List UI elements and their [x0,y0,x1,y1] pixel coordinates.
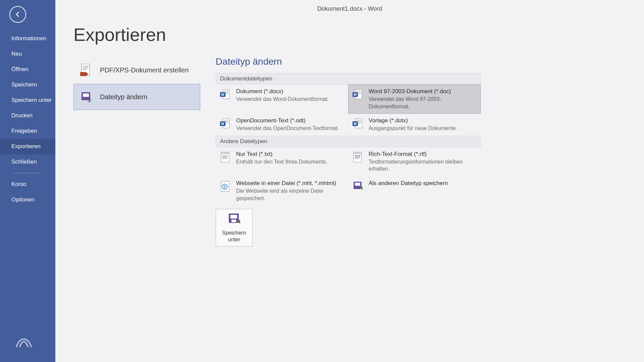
change-filetype-icon [79,91,93,103]
filetype-mht[interactable]: Webseite in einer Datei (*.mht, *.mhtml)… [216,176,348,205]
filetype-name: OpenDocument-Text (*.odt) [236,117,339,124]
rtf-file-icon [353,151,364,164]
filetype-name: Word 97-2003-Dokument (*.doc) [369,88,476,95]
sidebar-item-speichern-unter[interactable]: Speichern unter [0,93,55,108]
detail-title: Dateityp ändern [216,56,481,67]
other-types-grid: Nur Text (*.txt) Enthält nur den Text Ih… [216,147,481,205]
back-button[interactable] [9,6,26,23]
sidebar-item-optionen[interactable]: Optionen [0,192,55,207]
svg-rect-19 [224,120,228,121]
svg-rect-1 [83,66,88,67]
filetype-docx[interactable]: W Dokument (*.docx) Verwendet das Word-D… [216,84,348,114]
sidebar-item-freigeben[interactable]: Freigeben [0,123,55,139]
svg-rect-34 [222,158,226,159]
filetype-txt[interactable]: Nur Text (*.txt) Enthält nur den Text Ih… [216,147,348,176]
filetype-rtf[interactable]: Rich-Text-Format (*.rtf) Textformatierun… [348,147,481,176]
filetype-name: Nur Text (*.txt) [236,151,327,158]
word-icon: W [353,117,364,131]
page-title: Exportieren [73,24,644,45]
filetype-desc: Textformatierungsinformationen bleiben e… [369,158,476,173]
text-file-icon [220,151,231,164]
svg-rect-43 [355,183,360,186]
save-as-button-label: Speichern unter [216,230,252,243]
filetype-name: Dokument (*.docx) [236,88,329,95]
svg-rect-38 [355,157,360,158]
export-option-change-filetype[interactable]: Dateityp ändern [73,84,200,110]
sidebar-item-speichern[interactable]: Speichern [0,77,55,93]
sidebar-item-neu[interactable]: Neu [0,46,55,62]
save-as-other-icon [353,180,364,193]
svg-rect-45 [230,215,237,219]
svg-rect-46 [231,220,236,222]
export-option-pdf-xps[interactable]: PDF/XPS-Dokument erstellen [73,56,200,84]
svg-text:W: W [354,93,357,97]
svg-rect-37 [355,156,360,156]
document-types-grid: W Dokument (*.docx) Verwendet das Word-D… [216,84,481,136]
sidebar-item-exportieren[interactable]: Exportieren [0,139,55,154]
web-file-icon [220,180,231,193]
filetype-other[interactable]: Als anderen Dateityp speichern [348,176,481,205]
export-option-label: Dateityp ändern [100,93,147,101]
filetype-desc: Die Webseite wird als einzelne Datei ges… [236,187,344,202]
svg-text:W: W [221,122,224,126]
svg-rect-32 [222,156,228,156]
backstage-sidebar: Informationen Neu Öffnen Speichern Speic… [0,0,55,362]
sidebar-item-konto[interactable]: Konto [0,177,55,192]
svg-rect-33 [222,157,228,158]
app-logo-icon [12,330,36,353]
save-as-button[interactable]: Speichern unter [216,209,253,246]
sidebar-item-informationen[interactable]: Informationen [0,31,55,46]
svg-rect-25 [356,120,361,121]
sidebar-item-schliessen[interactable]: Schließen [0,154,55,170]
main-area: Dokument1.docx - Word Exportieren PDF/XP… [55,0,644,362]
word-icon: W [220,88,231,102]
group-header-document-types: Dokumentdateitypen [216,73,481,84]
filetype-desc: Enthält nur den Text Ihres Dokuments. [236,158,327,166]
svg-rect-7 [224,91,228,92]
arrow-left-icon [14,10,22,18]
filetype-name: Rich-Text-Format (*.rtf) [369,151,476,158]
svg-text:W: W [354,122,357,126]
svg-rect-36 [354,152,362,154]
filetype-desc: Verwendet das Word 97-2003-Dokumentforma… [369,96,476,110]
save-icon [227,212,241,227]
sidebar-item-drucken[interactable]: Drucken [0,108,55,123]
filetype-name: Vorlage (*.dotx) [369,117,457,124]
filetype-desc: Ausgangspunkt für neue Dokumente. [369,125,457,132]
sidebar-item-oeffnen[interactable]: Öffnen [0,62,55,77]
svg-rect-2 [83,68,88,68]
export-option-label: PDF/XPS-Dokument erstellen [100,66,189,74]
filetype-name: Webseite in einer Datei (*.mht, *.mhtml) [236,180,344,187]
svg-rect-3 [83,69,86,70]
filetype-doc[interactable]: W Word 97-2003-Dokument (*.doc) Verwende… [348,84,481,114]
filetype-dotx[interactable]: W Vorlage (*.dotx) Ausgangspunkt für neu… [348,114,481,136]
svg-rect-13 [356,91,361,92]
sidebar-separator [13,173,42,173]
filetype-odt[interactable]: W OpenDocument-Text (*.odt) Verwendet da… [216,114,348,136]
word-icon: W [220,117,231,131]
group-header-other-types: Andere Dateitypen [216,136,481,147]
svg-rect-31 [221,152,229,154]
svg-text:W: W [221,93,224,97]
filetype-detail-area: Dateityp ändern Dokumentdateitypen W Dok… [216,56,481,246]
svg-rect-5 [83,94,89,97]
filetype-desc: Verwendet das OpenDocument-Textformat. [236,125,339,132]
svg-rect-39 [355,158,359,159]
window-title: Dokument1.docx - Word [55,5,644,12]
sidebar-nav: Informationen Neu Öffnen Speichern Speic… [0,31,55,207]
word-icon: W [353,88,364,102]
pdf-xps-icon [79,63,93,77]
filetype-desc: Verwendet das Word-Dokumentformat. [236,96,329,103]
filetype-name: Als anderen Dateityp speichern [369,180,448,187]
export-options-list: PDF/XPS-Dokument erstellen Dateityp ände… [73,56,200,110]
